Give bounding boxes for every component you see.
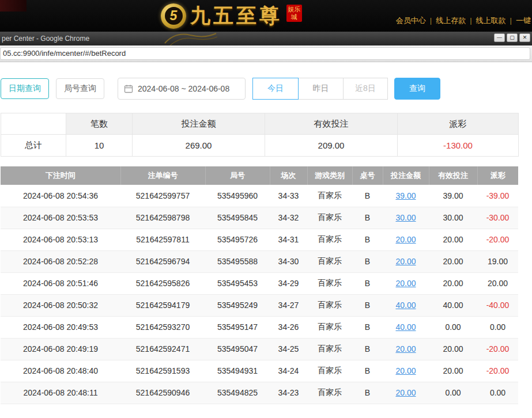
round-id-cell: 535495845 <box>205 207 270 229</box>
record-row: 2024-06-08 20:48:11521642590946535494825… <box>1 382 518 404</box>
session-cell: 34-25 <box>270 338 307 360</box>
nav-one-key[interactable]: 一键 <box>516 16 531 25</box>
order-id-cell: 521642594179 <box>120 294 205 316</box>
table-no-cell: B <box>352 229 383 250</box>
today-button[interactable]: 今日 <box>252 78 299 100</box>
search-button[interactable]: 查询 <box>394 78 440 100</box>
bet-amount-link[interactable]: 20.00 <box>395 279 416 288</box>
bet-amount-cell: 20.00 <box>383 360 429 382</box>
bet-amount-link[interactable]: 20.00 <box>395 344 416 354</box>
record-row: 2024-06-08 20:49:19521642592471535495047… <box>1 338 518 360</box>
bet-amount-link[interactable]: 40.00 <box>395 301 416 310</box>
records-header-row: 下注时间 注单编号 局号 场次 游戏类别 桌号 投注金额 有效投注 派彩 <box>1 166 518 185</box>
yesterday-button[interactable]: 昨日 <box>298 78 344 100</box>
session-cell: 34-32 <box>270 207 307 229</box>
valid-bet-cell: 20.00 <box>429 338 477 360</box>
bet-amount-cell: 20.00 <box>383 229 429 250</box>
round-id-cell: 535495249 <box>205 294 270 316</box>
round-id-cell: 535495588 <box>205 250 270 272</box>
nav-deposit[interactable]: 线上存款 <box>436 16 466 25</box>
record-row: 2024-06-08 20:48:40521642591593535494931… <box>1 360 518 382</box>
valid-bet-cell: 40.00 <box>429 294 477 316</box>
bet-amount-link[interactable]: 30.00 <box>395 213 416 222</box>
payout-cell: 19.00 <box>477 250 518 272</box>
col-header-bet-time: 下注时间 <box>1 166 120 185</box>
session-cell: 34-33 <box>270 185 307 207</box>
date-range-input[interactable]: 2024-06-08 ~ 2024-06-08 <box>118 78 246 100</box>
bet-time-cell: 2024-06-08 20:52:28 <box>1 250 120 272</box>
summary-col-valid: 有效投注 <box>265 113 398 135</box>
bet-amount-cell: 20.00 <box>383 338 429 360</box>
last-8-days-button[interactable]: 近8日 <box>343 78 388 100</box>
bet-amount-link[interactable]: 20.00 <box>395 388 416 397</box>
url-input[interactable]: 05.cc:9900/infe/mcenter/#/betRecord <box>0 47 530 60</box>
bet-amount-cell: 20.00 <box>383 382 429 404</box>
order-id-cell: 521642599757 <box>120 185 205 207</box>
bet-amount-cell: 40.00 <box>383 294 429 316</box>
round-id-cell: 535495147 <box>205 316 270 338</box>
valid-bet-cell: 20.00 <box>429 250 477 272</box>
table-no-cell: B <box>352 272 383 294</box>
summary-valid-value: 209.00 <box>265 135 398 157</box>
payout-cell: -20.00 <box>477 229 518 250</box>
order-id-cell: 521642598798 <box>120 207 205 229</box>
valid-bet-cell: 20.00 <box>429 360 477 382</box>
session-cell: 34-24 <box>270 360 307 382</box>
summary-col-bet: 投注金额 <box>133 113 265 135</box>
screen: 5 九五至尊 娱乐城 会员中心|线上存款|线上取款|一键 per Center … <box>0 0 532 418</box>
round-id-cell: 535495453 <box>205 272 270 294</box>
nav-withdraw[interactable]: 线上取款 <box>476 16 506 25</box>
maximize-button[interactable]: ▢ <box>507 33 518 42</box>
browser-url-bar: 05.cc:9900/infe/mcenter/#/betRecord <box>0 45 532 62</box>
session-cell: 34-29 <box>270 272 307 294</box>
col-header-order-id: 注单编号 <box>120 166 205 185</box>
round-query-tab[interactable]: 局号查询 <box>56 78 104 99</box>
bet-time-cell: 2024-06-08 20:53:13 <box>1 229 120 250</box>
filter-toolbar: 日期查询 局号查询 2024-06-08 ~ 2024-06-08 今日 昨日 … <box>1 78 518 100</box>
payout-cell: 0.00 <box>477 382 518 404</box>
game-type-cell: 百家乐 <box>307 250 352 272</box>
bet-record-page: 日期查询 局号查询 2024-06-08 ~ 2024-06-08 今日 昨日 … <box>0 62 532 418</box>
bet-time-cell: 2024-06-08 20:49:53 <box>1 316 120 338</box>
summary-table: 笔数 投注金额 有效投注 派彩 总计 10 269.00 209.00 -130… <box>1 113 519 157</box>
window-controls: — ▢ ✕ <box>494 33 530 42</box>
coin-logo-icon: 5 <box>161 3 186 29</box>
order-id-cell: 521642591593 <box>120 360 205 382</box>
bet-amount-cell: 30.00 <box>383 207 429 229</box>
nav-separator: | <box>430 16 432 25</box>
table-no-cell: B <box>352 207 383 229</box>
session-cell: 34-23 <box>270 382 307 404</box>
bet-amount-link[interactable]: 40.00 <box>395 322 416 332</box>
site-banner: 5 九五至尊 娱乐城 会员中心|线上存款|线上取款|一键 <box>0 0 532 32</box>
payout-cell: -39.00 <box>477 185 518 207</box>
valid-bet-cell: 0.00 <box>429 382 477 404</box>
session-cell: 34-31 <box>270 229 307 250</box>
summary-header-row: 笔数 投注金额 有效投注 派彩 <box>1 113 519 135</box>
bet-amount-cell: 40.00 <box>383 316 429 338</box>
summary-col-blank <box>1 113 66 135</box>
site-logo: 5 九五至尊 娱乐城 <box>161 2 302 29</box>
game-type-cell: 百家乐 <box>307 360 352 382</box>
calendar-icon <box>124 84 133 93</box>
bet-time-cell: 2024-06-08 20:54:36 <box>1 185 120 207</box>
game-type-cell: 百家乐 <box>307 316 352 338</box>
table-no-cell: B <box>352 382 383 404</box>
minimize-button[interactable]: — <box>494 33 505 42</box>
order-id-cell: 521642592471 <box>120 338 205 360</box>
valid-bet-cell: 20.00 <box>429 229 477 250</box>
bet-amount-link[interactable]: 20.00 <box>395 235 416 244</box>
table-no-cell: B <box>352 360 383 382</box>
valid-bet-cell: 0.00 <box>429 316 477 338</box>
bet-amount-link[interactable]: 20.00 <box>395 366 416 375</box>
record-row: 2024-06-08 20:51:46521642595826535495453… <box>1 272 518 294</box>
logo-title: 九五至尊 <box>190 2 282 29</box>
nav-member-center[interactable]: 会员中心 <box>396 16 426 25</box>
payout-cell: -30.00 <box>477 207 518 229</box>
date-query-tab[interactable]: 日期查询 <box>1 78 49 99</box>
bet-amount-link[interactable]: 39.00 <box>395 191 416 200</box>
close-button[interactable]: ✕ <box>519 33 530 42</box>
bet-amount-link[interactable]: 20.00 <box>395 257 416 266</box>
logo-badge: 娱乐城 <box>286 5 302 22</box>
game-type-cell: 百家乐 <box>307 229 352 250</box>
round-id-cell: 535495726 <box>205 229 270 250</box>
